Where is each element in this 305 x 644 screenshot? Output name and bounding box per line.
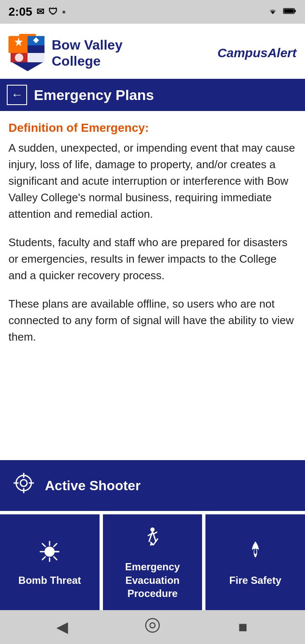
message-icon: ✉ — [36, 6, 44, 17]
bomb-threat-icon — [39, 540, 61, 567]
svg-line-27 — [42, 557, 45, 560]
status-icons — [266, 6, 297, 17]
svg-point-11 — [15, 53, 23, 62]
plans-section: Active Shooter — [0, 460, 305, 610]
bvc-logo — [8, 34, 47, 72]
dot-icon: ● — [62, 8, 66, 16]
svg-line-26 — [54, 544, 57, 547]
definition-heading: Definition of Emergency: — [8, 121, 297, 135]
svg-rect-12 — [28, 53, 44, 62]
time-display: 2:05 — [8, 5, 32, 19]
evacuation-label: Emergency Evacuation Procedure — [108, 560, 197, 600]
battery-icon — [283, 7, 297, 17]
svg-point-14 — [20, 480, 27, 486]
fire-safety-icon — [244, 540, 266, 567]
shield-icon: 🛡 — [48, 6, 58, 17]
home-nav-icon — [144, 617, 161, 638]
nav-bar: ◀ ■ — [0, 610, 305, 644]
svg-point-31 — [150, 623, 155, 628]
body-content: Definition of Emergency: A sudden, unexp… — [0, 121, 305, 457]
campus-alert-label: CampusAlert — [217, 46, 297, 60]
recent-nav-icon: ■ — [238, 618, 247, 636]
main-content: Bow Valley College CampusAlert ← Emergen… — [0, 24, 305, 610]
app-name-text: CampusAlert — [217, 46, 297, 60]
bomb-threat-label: Bomb Threat — [18, 574, 81, 587]
college-name: Bow Valley College — [52, 37, 122, 69]
page-title: Emergency Plans — [34, 87, 154, 103]
home-nav-button[interactable] — [140, 614, 165, 640]
back-arrow-icon: ← — [11, 89, 23, 101]
bomb-threat-button[interactable]: Bomb Threat — [0, 514, 100, 610]
fire-safety-label: Fire Safety — [229, 574, 281, 587]
svg-point-30 — [146, 619, 159, 632]
svg-rect-1 — [294, 10, 296, 12]
evacuation-button[interactable]: Emergency Evacuation Procedure — [103, 514, 202, 610]
active-shooter-button[interactable]: Active Shooter — [0, 460, 305, 511]
page-title-bar: ← Emergency Plans — [0, 79, 305, 111]
svg-line-24 — [42, 544, 45, 547]
definition-paragraph-1: A sudden, unexpected, or impending event… — [8, 140, 297, 222]
logo-area: Bow Valley College — [8, 34, 122, 72]
evacuation-icon — [141, 526, 164, 553]
svg-rect-2 — [284, 9, 294, 13]
small-buttons-row: Bomb Threat — [0, 514, 305, 610]
back-button[interactable]: ← — [7, 85, 27, 105]
wifi-icon — [266, 6, 280, 17]
fire-safety-button[interactable]: Fire Safety — [205, 514, 305, 610]
definition-paragraph-2: Students, faculty and staff who are prep… — [8, 234, 297, 284]
svg-point-19 — [44, 547, 55, 557]
recent-nav-button[interactable]: ■ — [230, 614, 255, 640]
active-shooter-icon — [13, 472, 35, 499]
definition-paragraph-3: These plans are available offline, so us… — [8, 296, 297, 345]
app-header: Bow Valley College CampusAlert — [0, 24, 305, 79]
back-nav-icon: ◀ — [56, 618, 68, 636]
status-time-area: 2:05 ✉ 🛡 ● — [8, 5, 66, 19]
back-nav-button[interactable]: ◀ — [50, 614, 75, 640]
status-bar: 2:05 ✉ 🛡 ● — [0, 0, 305, 24]
svg-line-25 — [54, 557, 57, 560]
active-shooter-label: Active Shooter — [45, 478, 141, 494]
